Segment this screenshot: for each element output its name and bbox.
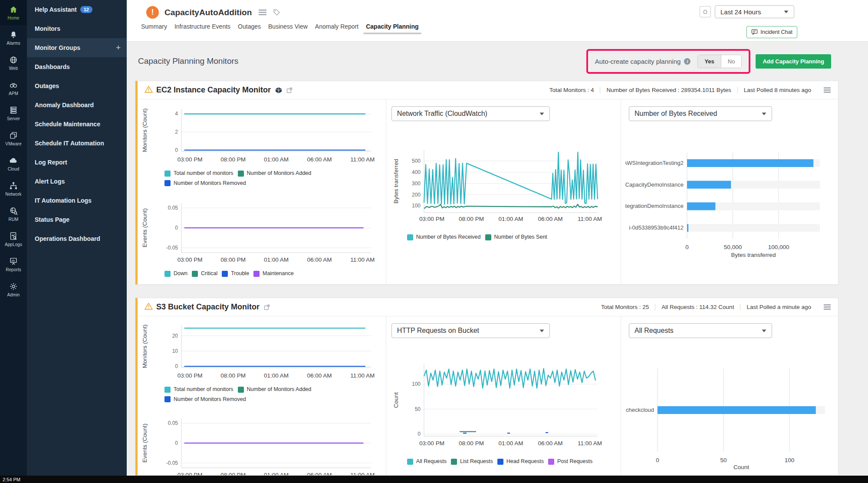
time-range-dropdown[interactable]: Last 24 Hours — [715, 5, 794, 18]
rail-item-label: RUM — [8, 217, 18, 222]
home-icon — [9, 5, 18, 14]
svg-text:06:00 AM: 06:00 AM — [307, 156, 332, 163]
info-icon[interactable]: i — [684, 58, 690, 65]
tab-capacity-planning[interactable]: Capacity Planning — [366, 23, 418, 30]
ec2-monitor-title[interactable]: EC2 Instance Capacity Monitor — [156, 85, 271, 95]
svg-text:200: 200 — [412, 192, 421, 198]
rail-item-label: Network — [5, 192, 21, 197]
s3-bar-dropdown[interactable]: All Requests — [629, 323, 772, 338]
rail-item-alarms[interactable]: Alarms — [0, 25, 27, 50]
ec2-metric-dropdown-value: Network Traffic (CloudWatch) — [397, 110, 487, 118]
s3-monitor-count-column: Monitors (Count)0102003:00 PM08:00 PM01:… — [138, 316, 386, 475]
svg-text:AWSIntegrationTesting2: AWSIntegrationTesting2 — [625, 160, 684, 166]
sidebar-item-it-automation-logs[interactable]: IT Automation Logs — [27, 191, 127, 210]
rail-item-apm[interactable]: APM — [0, 76, 27, 101]
default-range-icon[interactable] — [700, 6, 711, 17]
s3-monitor-title[interactable]: S3 Bucket Capacity Monitor — [156, 302, 260, 312]
sidebar-item-label: Schedule IT Automation — [35, 140, 104, 147]
tab-summary[interactable]: Summary — [141, 23, 167, 30]
ec2-card-header: EC2 Instance Capacity Monitor Total Moni… — [138, 81, 838, 99]
ec2-metric-dropdown[interactable]: Network Traffic (CloudWatch) — [391, 106, 550, 121]
svg-text:01:00 AM: 01:00 AM — [498, 440, 523, 447]
sidebar-item-log-report[interactable]: Log Report — [27, 153, 127, 172]
incident-chat-button[interactable]: Incident Chat — [746, 26, 797, 38]
toggle-no-button[interactable]: No — [721, 55, 742, 68]
tab-business-view[interactable]: Business View — [268, 23, 308, 30]
svg-text:06:00 AM: 06:00 AM — [538, 440, 562, 447]
rail-item-web[interactable]: Web — [0, 50, 27, 76]
svg-text:0.05: 0.05 — [168, 205, 178, 211]
ec2-traffic-chart: Bytes transferred10020030040050003:00 PM… — [391, 144, 621, 226]
rail-item-cloud[interactable]: Cloud — [0, 151, 27, 176]
ec2-card-menu-icon[interactable] — [823, 87, 831, 93]
sidebar-item-alert-logs[interactable]: Alert Logs — [27, 172, 127, 191]
svg-text:20: 20 — [172, 333, 178, 339]
sidebar-item-anomaly-dashboard[interactable]: Anomaly Dashboard — [27, 95, 127, 115]
rail-item-home[interactable]: Home — [0, 0, 27, 25]
svg-text:06:00 AM: 06:00 AM — [307, 472, 332, 476]
ec2-bar-dropdown-value: Number of Bytes Received — [635, 110, 717, 118]
stat-item: Last Polled 8 minutes ago — [737, 87, 817, 93]
rail-item-applogs[interactable]: AppLogs — [0, 227, 27, 252]
external-link-icon[interactable] — [264, 304, 270, 310]
svg-text:08:00 PM: 08:00 PM — [220, 156, 246, 163]
toggle-yes-button[interactable]: Yes — [698, 55, 721, 68]
tab-anomaly-report[interactable]: Anomaly Report — [315, 23, 358, 30]
legend-item: Number of Monitors Removed — [164, 395, 246, 404]
sidebar-item-label: Schedule Maintenance — [35, 121, 100, 128]
gear-icon — [9, 282, 18, 291]
sidebar-item-operations-dashboard[interactable]: Operations Dashboard — [27, 229, 127, 248]
ec2-bar-column: Number of Bytes Received 050,000100,000A… — [621, 99, 838, 284]
ec2-bar-dropdown[interactable]: Number of Bytes Received — [629, 106, 772, 121]
warning-icon — [145, 85, 153, 95]
rail-item-server[interactable]: Server — [0, 101, 27, 126]
svg-text:08:00 PM: 08:00 PM — [220, 372, 246, 379]
sidebar-item-schedule-it-automation[interactable]: Schedule IT Automation — [27, 134, 127, 153]
presentation-icon — [9, 256, 18, 266]
legend-item: All Requests — [407, 457, 447, 466]
svg-text:i-0d5338953b9c4f412: i-0d5338953b9c4f412 — [629, 224, 684, 231]
sidebar-item-monitors[interactable]: Monitors — [27, 19, 127, 38]
tab-outages[interactable]: Outages — [238, 23, 261, 30]
rail-item-admin[interactable]: Admin — [0, 277, 27, 302]
svg-text:0: 0 — [685, 244, 689, 250]
s3-card-menu-icon[interactable] — [823, 304, 831, 310]
globe-search-icon — [9, 206, 18, 216]
rail-item-reports[interactable]: Reports — [0, 252, 27, 277]
sidebar-item-help-assistant[interactable]: Help Assistant12 — [27, 0, 127, 19]
svg-text:11:00 AM: 11:00 AM — [350, 372, 375, 379]
alert-status-icon: ! — [146, 6, 159, 19]
rail-item-vmware[interactable]: VMware — [0, 126, 27, 151]
legend-item: List Requests — [451, 457, 493, 466]
stat-item: Total Monitors : 25 — [595, 304, 655, 310]
main-area: ! CapacityAutoAddition SummaryInfrastruc… — [127, 0, 868, 476]
ec2-events-chart: Events (Count)-0.0500.0503:00 PM08:00 PM… — [140, 199, 386, 266]
rail-item-rum[interactable]: RUM — [0, 201, 27, 227]
sidebar-item-outages[interactable]: Outages — [27, 76, 127, 95]
svg-text:IntegrationDemoInstance: IntegrationDemoInstance — [625, 203, 684, 209]
sidebar-item-dashboards[interactable]: Dashboards — [27, 57, 127, 76]
title-menu-icon[interactable] — [258, 9, 267, 16]
tab-infrastructure-events[interactable]: Infrastructure Events — [174, 23, 230, 30]
add-monitor-group-icon[interactable]: + — [116, 43, 121, 53]
sidebar-item-label: Monitor Groups — [35, 44, 80, 51]
s3-monitor-card: S3 Bucket Capacity Monitor Total Monitor… — [135, 298, 838, 476]
svg-text:Count: Count — [733, 464, 749, 470]
clock-time: 2:54 PM — [0, 477, 20, 482]
legend-item: Post Requests — [548, 457, 592, 466]
svg-text:03:00 PM: 03:00 PM — [419, 440, 444, 447]
tag-icon[interactable] — [273, 9, 280, 16]
external-link-icon[interactable] — [286, 87, 293, 93]
rail-item-network[interactable]: Network — [0, 176, 27, 201]
s3-metric-dropdown[interactable]: HTTP Requests on Bucket — [391, 323, 550, 338]
svg-text:01:00 AM: 01:00 AM — [264, 256, 289, 263]
add-capacity-planning-button[interactable]: Add Capacity Planning — [756, 54, 831, 69]
svg-text:03:00 PM: 03:00 PM — [419, 216, 444, 222]
sidebar-item-monitor-groups[interactable]: Monitor Groups+ — [27, 38, 127, 57]
layers-icon — [9, 131, 18, 140]
rail-item-label: Home — [7, 16, 19, 20]
sidebar-item-schedule-maintenance[interactable]: Schedule Maintenance — [27, 115, 127, 134]
sidebar-item-status-page[interactable]: Status Page — [27, 210, 127, 229]
svg-text:100: 100 — [785, 457, 795, 463]
aws-cube-icon — [275, 87, 282, 94]
